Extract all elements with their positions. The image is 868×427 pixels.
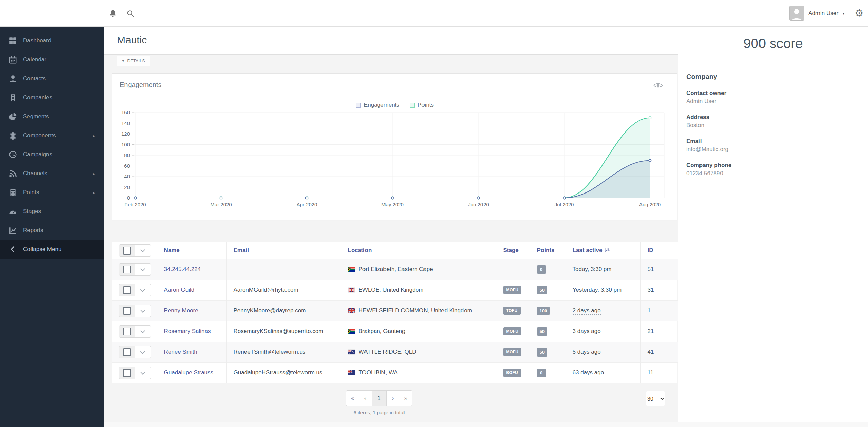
points-badge: 50 bbox=[537, 327, 547, 336]
row-checkbox[interactable] bbox=[123, 369, 131, 377]
details-toggle[interactable]: ▼ DETAILS bbox=[117, 56, 150, 66]
pagination: « ‹ 1 › » bbox=[346, 390, 412, 406]
contact-name-link[interactable]: Renee Smith bbox=[164, 349, 197, 355]
chevron-left-icon bbox=[9, 245, 17, 253]
contact-name-link[interactable]: Guadalupe Strauss bbox=[164, 369, 214, 376]
svg-text:May 2020: May 2020 bbox=[381, 202, 404, 207]
row-actions-dropdown[interactable] bbox=[135, 305, 151, 317]
notifications-bell-icon[interactable] bbox=[109, 9, 116, 19]
pagination-prev-button[interactable]: ‹ bbox=[359, 390, 372, 406]
last-active: Today, 3:30 pm bbox=[573, 266, 612, 273]
legend-swatch bbox=[410, 103, 415, 108]
contact-id: 31 bbox=[640, 280, 678, 301]
contact-location: WATTLE RIDGE, QLD bbox=[359, 349, 416, 355]
row-actions-dropdown[interactable] bbox=[135, 264, 151, 275]
column-header-stage[interactable]: Stage bbox=[496, 242, 530, 259]
eye-icon[interactable] bbox=[653, 82, 663, 90]
field-label: Company phone bbox=[686, 162, 860, 169]
stages-icon bbox=[9, 207, 17, 216]
contact-id: 1 bbox=[640, 301, 678, 321]
country-flag-icon bbox=[348, 288, 355, 292]
svg-text:Jul 2020: Jul 2020 bbox=[555, 202, 574, 207]
row-checkbox[interactable] bbox=[123, 307, 131, 315]
field-value: info@Mautic.org bbox=[686, 146, 860, 153]
chevron-down-icon bbox=[140, 370, 145, 375]
field-contact-owner: Contact owner Admin User bbox=[686, 90, 860, 105]
sidebar-item-segments[interactable]: Segments bbox=[0, 107, 104, 126]
field-value: 01234 567890 bbox=[686, 170, 860, 177]
row-checkbox[interactable] bbox=[123, 266, 131, 273]
row-actions-dropdown[interactable] bbox=[135, 367, 151, 379]
country-flag-icon bbox=[348, 267, 355, 272]
column-header-id[interactable]: ID bbox=[640, 242, 678, 259]
engagements-line-chart: 020406080100120140160Feb 2020Mar 2020Apr… bbox=[115, 107, 671, 214]
sidebar-item-components[interactable]: Components ▸ bbox=[0, 126, 104, 145]
page-title: Mautic bbox=[117, 34, 147, 46]
table-row[interactable]: Rosemary Salinas RosemaryKSalinas@superr… bbox=[112, 321, 678, 342]
stage-badge: MOFU bbox=[503, 327, 522, 336]
settings-gear-icon[interactable]: ⚙ bbox=[855, 8, 863, 18]
topbar: Admin User ▾ ⚙ bbox=[0, 0, 868, 27]
pagination-first-button[interactable]: « bbox=[346, 390, 359, 406]
chevron-right-icon: ▸ bbox=[93, 190, 95, 195]
row-checkbox[interactable] bbox=[123, 286, 131, 294]
sidebar-item-campaigns[interactable]: Campaigns bbox=[0, 145, 104, 164]
field-label: Email bbox=[686, 138, 860, 145]
search-icon[interactable] bbox=[127, 10, 134, 18]
table-row[interactable]: Penny Moore PennyKMoore@dayrep.com HEWEL… bbox=[112, 301, 678, 321]
sidebar-label: Campaigns bbox=[23, 151, 52, 158]
points-badge: 100 bbox=[537, 307, 550, 315]
table-row[interactable]: 34.245.44.224 Port Elizabeth, Eastern Ca… bbox=[112, 259, 678, 280]
contacts-table-panel: Name Email Location Stage Points Last ac… bbox=[112, 242, 677, 383]
sidebar-label: Contacts bbox=[23, 75, 46, 82]
row-checkbox[interactable] bbox=[123, 328, 131, 336]
pagination-page-1-button[interactable]: 1 bbox=[372, 390, 387, 406]
sidebar-item-points[interactable]: Points ▸ bbox=[0, 183, 104, 202]
collapse-menu-button[interactable]: Collapse Menu bbox=[0, 240, 104, 259]
table-row[interactable]: Renee Smith ReneeTSmith@teleworm.us WATT… bbox=[112, 342, 678, 363]
engagements-panel: Engagements Engagements Points 020406080… bbox=[112, 73, 677, 220]
pagination-summary: 6 items, 1 page in total bbox=[311, 410, 447, 415]
bulk-actions-dropdown[interactable] bbox=[135, 245, 151, 256]
select-all-checkbox[interactable] bbox=[123, 247, 131, 255]
sidebar-item-reports[interactable]: Reports bbox=[0, 221, 104, 240]
sidebar-item-dashboard[interactable]: Dashboard bbox=[0, 31, 104, 50]
table-row[interactable]: Aaron Guild AaronMGuild@rhyta.com EWLOE,… bbox=[112, 280, 678, 301]
column-header-last-active[interactable]: Last active bbox=[566, 242, 640, 259]
svg-text:Aug 2020: Aug 2020 bbox=[639, 202, 661, 207]
column-header-points[interactable]: Points bbox=[530, 242, 566, 259]
stage-badge: MOFU bbox=[503, 348, 522, 356]
components-icon bbox=[9, 131, 17, 140]
sidebar-item-channels[interactable]: Channels ▸ bbox=[0, 164, 104, 183]
sidebar-item-calendar[interactable]: Calendar bbox=[0, 50, 104, 69]
column-header-location[interactable]: Location bbox=[341, 242, 496, 259]
row-actions-dropdown[interactable] bbox=[135, 284, 151, 296]
contact-name-link[interactable]: 34.245.44.224 bbox=[164, 266, 201, 272]
sidebar-item-contacts[interactable]: Contacts bbox=[0, 69, 104, 88]
row-actions-dropdown[interactable] bbox=[135, 346, 151, 358]
contact-name-link[interactable]: Rosemary Salinas bbox=[164, 328, 211, 334]
details-toggle-label: DETAILS bbox=[127, 59, 145, 63]
avatar bbox=[789, 6, 804, 21]
contacts-table: Name Email Location Stage Points Last ac… bbox=[112, 242, 678, 383]
table-row[interactable]: Guadalupe Strauss GuadalupeHStrauss@tele… bbox=[112, 363, 678, 383]
column-header-name[interactable]: Name bbox=[157, 242, 226, 259]
sidebar-label: Calendar bbox=[23, 56, 46, 63]
stage-badge: BOFU bbox=[503, 369, 521, 377]
sidebar-item-stages[interactable]: Stages bbox=[0, 202, 104, 221]
contact-name-link[interactable]: Aaron Guild bbox=[164, 287, 195, 293]
row-checkbox[interactable] bbox=[123, 348, 131, 356]
sidebar-label: Segments bbox=[23, 113, 49, 120]
pagination-next-button[interactable]: › bbox=[386, 390, 399, 406]
column-header-email[interactable]: Email bbox=[226, 242, 341, 259]
legend-swatch bbox=[356, 103, 361, 108]
svg-text:Mar 2020: Mar 2020 bbox=[210, 202, 232, 207]
chevron-down-icon bbox=[140, 329, 145, 333]
contact-name-link[interactable]: Penny Moore bbox=[164, 307, 198, 314]
last-active: 2 days ago bbox=[573, 307, 601, 315]
sidebar-item-companies[interactable]: Companies bbox=[0, 88, 104, 107]
pagination-last-button[interactable]: » bbox=[399, 390, 412, 406]
row-actions-dropdown[interactable] bbox=[135, 326, 151, 337]
user-menu[interactable]: Admin User ▾ ⚙ bbox=[789, 0, 868, 26]
page-size-select[interactable]: 30 bbox=[646, 391, 665, 406]
